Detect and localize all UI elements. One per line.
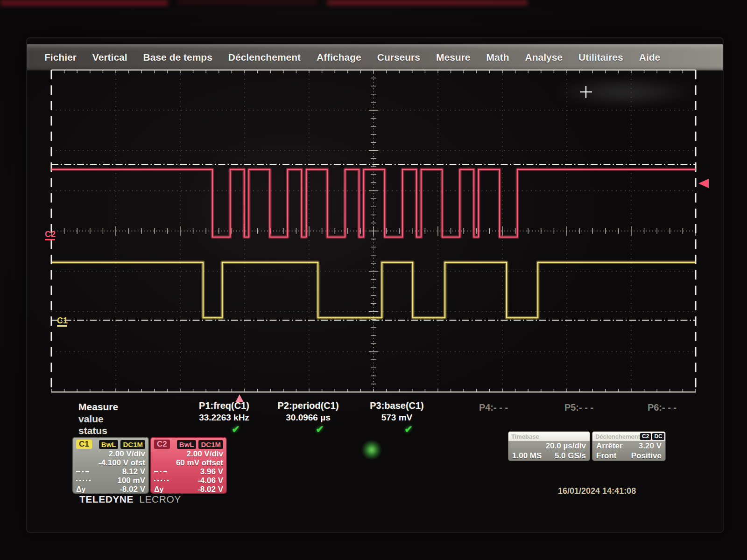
value-row-label: value [78, 413, 104, 425]
p6-label: P6:- - - [608, 402, 716, 413]
p1-status-check-icon: ✔ [232, 424, 240, 435]
trigger-slope: Positive [631, 451, 662, 461]
channel-c1-descriptor[interactable]: C1 BwL DC1M 2.00 V/div -4.100 V ofst 8.1… [72, 437, 149, 494]
menu-declenchement[interactable]: Déclenchement [220, 52, 309, 63]
c1-dc1m-badge: DC1M [120, 440, 145, 449]
c1-cursor2-value: 100 mV [117, 476, 145, 485]
c1-delta-y-value: -8.02 V [120, 485, 145, 494]
menu-affichage[interactable]: Affichage [309, 52, 369, 63]
trigger-coupling-badge: DC [652, 433, 664, 440]
measure-p6[interactable]: P6:- - - [608, 402, 716, 413]
menu-math[interactable]: Math [478, 52, 517, 63]
c1-cursor1-value: 8.12 V [122, 467, 145, 476]
timebase-title: Timebase [511, 433, 539, 440]
brand-lecroy: LECROY [139, 494, 181, 504]
c1-bwl-badge: BwL [99, 440, 119, 449]
p3-value: 573 mV [343, 413, 451, 423]
measure-p3[interactable]: P3:base(C1) 573 mV ✔ [343, 400, 451, 435]
menu-vertical[interactable]: Vertical [85, 52, 135, 63]
menu-utilitaires[interactable]: Utilitaires [571, 52, 631, 63]
p3-status-check-icon: ✔ [404, 424, 413, 435]
c1-offset: -4.100 V ofst [99, 458, 145, 468]
timebase-samplerate: 5.0 GS/s [555, 451, 586, 461]
trigger-source-badge: C2 [640, 433, 651, 440]
c2-dc1m-badge: DC1M [198, 440, 223, 449]
c2-offset: 60 mV offset [176, 458, 223, 468]
trigger-title: Déclenchement [595, 433, 640, 440]
c2-scale: 2.00 V/div [187, 449, 223, 459]
trigger-type: Front [596, 451, 616, 461]
datetime-display: 16/01/2024 14:41:08 [558, 486, 636, 496]
trigger-mode: Arrêter [596, 441, 623, 451]
delta-y-icon: Δy [76, 485, 85, 494]
trigger-level: 3.20 V [639, 441, 662, 451]
c2-channel-badge: C2 [154, 440, 170, 449]
camera-red-streak [177, 0, 317, 4]
dotted-cursor-icon [76, 480, 91, 481]
timebase-samples: 1.00 MS [512, 451, 542, 461]
p3-label: P3:base(C1) [343, 400, 451, 411]
menu-analyse[interactable]: Analyse [517, 52, 571, 63]
menu-curseurs[interactable]: Curseurs [369, 52, 428, 63]
dotted-cursor-icon [154, 480, 169, 481]
c2-bwl-badge: BwL [177, 440, 197, 449]
c2-cursor2-value: -4.06 V [197, 476, 223, 485]
status-row-label: status [78, 425, 107, 436]
channel-c2-descriptor[interactable]: C2 BwL DC1M 2.00 V/div 60 mV offset 3.96… [150, 437, 227, 494]
oscilloscope-photo: Fichier Vertical Base de temps Déclenche… [0, 0, 747, 560]
brand-logo: TELEDYNE LECROY [79, 494, 181, 505]
c1-channel-badge: C1 [76, 440, 92, 449]
menu-bar: Fichier Vertical Base de temps Déclenche… [27, 44, 723, 70]
camera-red-streak [327, 0, 528, 5]
green-led-reflection [361, 441, 382, 459]
brand-teledyne: TELEDYNE [79, 494, 134, 504]
camera-red-streak [0, 0, 168, 6]
dashdot-cursor-icon [76, 471, 89, 472]
c2-delta-y-value: -8.02 V [197, 485, 223, 494]
menu-mesure[interactable]: Mesure [428, 52, 479, 63]
menu-base-de-temps[interactable]: Base de temps [135, 52, 220, 63]
menu-fichier[interactable]: Fichier [36, 52, 85, 63]
c2-cursor1-value: 3.96 V [200, 467, 223, 476]
menu-aide[interactable]: Aide [631, 52, 669, 63]
p2-status-check-icon: ✔ [316, 424, 324, 435]
timebase-descriptor[interactable]: Timebase 20.0 µs/div 1.00 MS 5.0 GS/s [508, 431, 590, 461]
dashdot-cursor-icon [154, 471, 167, 472]
c1-scale: 2.00 V/div [109, 449, 145, 459]
trigger-descriptor[interactable]: Déclenchement C2 DC Arrêter 3.20 V Front… [592, 431, 666, 461]
screen-glare [517, 71, 732, 113]
timebase-scale: 20.0 µs/div [546, 441, 586, 451]
delta-y-icon: Δy [154, 485, 163, 494]
measure-row-label: Measure [78, 401, 118, 413]
